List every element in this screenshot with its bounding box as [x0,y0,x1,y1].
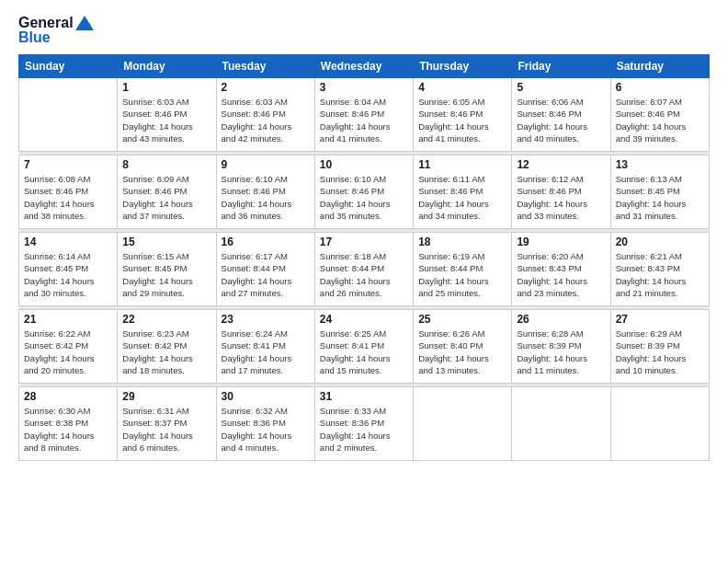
calendar-cell: 26Sunrise: 6:28 AM Sunset: 8:39 PM Dayli… [512,310,610,384]
day-number: 17 [320,236,408,248]
logo-blue: Blue [18,29,51,46]
day-info: Sunrise: 6:31 AM Sunset: 8:37 PM Dayligh… [122,405,210,454]
day-info: Sunrise: 6:17 AM Sunset: 8:44 PM Dayligh… [222,250,310,299]
header: General Blue [18,15,710,45]
calendar-cell: 15Sunrise: 6:15 AM Sunset: 8:45 PM Dayli… [118,233,216,306]
day-number: 4 [418,81,506,94]
calendar-cell: 11Sunrise: 6:11 AM Sunset: 8:46 PM Dayli… [414,155,512,229]
logo: General Blue [18,15,94,45]
day-number: 21 [24,313,112,326]
header-cell-saturday: Saturday [610,55,709,78]
day-number: 1 [122,81,210,94]
calendar-cell: 8Sunrise: 6:09 AM Sunset: 8:46 PM Daylig… [118,155,216,229]
day-info: Sunrise: 6:05 AM Sunset: 8:46 PM Dayligh… [418,96,506,144]
calendar-cell: 2Sunrise: 6:03 AM Sunset: 8:46 PM Daylig… [216,78,314,152]
week-row-4: 21Sunrise: 6:22 AM Sunset: 8:42 PM Dayli… [19,310,710,384]
calendar-cell: 17Sunrise: 6:18 AM Sunset: 8:44 PM Dayli… [314,233,413,306]
week-row-2: 7Sunrise: 6:08 AM Sunset: 8:46 PM Daylig… [19,155,710,229]
day-number: 27 [616,313,704,326]
day-number: 7 [24,158,112,171]
day-number: 30 [222,390,310,403]
day-number: 14 [24,236,112,248]
day-info: Sunrise: 6:20 AM Sunset: 8:43 PM Dayligh… [517,250,605,299]
day-info: Sunrise: 6:24 AM Sunset: 8:41 PM Dayligh… [222,327,310,376]
calendar-cell: 6Sunrise: 6:07 AM Sunset: 8:46 PM Daylig… [610,78,709,152]
day-number: 10 [320,158,408,171]
day-number: 28 [24,390,112,403]
calendar-cell: 1Sunrise: 6:03 AM Sunset: 8:46 PM Daylig… [118,78,216,152]
header-cell-friday: Friday [512,55,610,78]
calendar-table: SundayMondayTuesdayWednesdayThursdayFrid… [18,54,710,461]
week-row-5: 28Sunrise: 6:30 AM Sunset: 8:38 PM Dayli… [19,387,710,461]
day-info: Sunrise: 6:25 AM Sunset: 8:41 PM Dayligh… [320,327,408,376]
calendar-cell: 20Sunrise: 6:21 AM Sunset: 8:43 PM Dayli… [610,233,709,306]
day-number: 25 [418,313,506,326]
day-info: Sunrise: 6:10 AM Sunset: 8:46 PM Dayligh… [320,173,408,222]
day-info: Sunrise: 6:03 AM Sunset: 8:46 PM Dayligh… [222,96,310,144]
day-info: Sunrise: 6:30 AM Sunset: 8:38 PM Dayligh… [24,405,112,454]
day-number: 2 [222,81,310,94]
calendar-cell: 16Sunrise: 6:17 AM Sunset: 8:44 PM Dayli… [216,233,314,306]
calendar-cell: 9Sunrise: 6:10 AM Sunset: 8:46 PM Daylig… [216,155,314,229]
calendar-cell: 13Sunrise: 6:13 AM Sunset: 8:45 PM Dayli… [610,155,709,229]
day-number: 3 [320,81,408,94]
week-row-3: 14Sunrise: 6:14 AM Sunset: 8:45 PM Dayli… [19,233,710,306]
day-info: Sunrise: 6:28 AM Sunset: 8:39 PM Dayligh… [517,327,605,376]
svg-marker-0 [75,16,94,30]
day-info: Sunrise: 6:18 AM Sunset: 8:44 PM Dayligh… [320,250,408,299]
day-info: Sunrise: 6:07 AM Sunset: 8:46 PM Dayligh… [616,96,704,144]
header-cell-sunday: Sunday [19,55,118,78]
calendar-cell: 27Sunrise: 6:29 AM Sunset: 8:39 PM Dayli… [610,310,709,384]
calendar-cell: 14Sunrise: 6:14 AM Sunset: 8:45 PM Dayli… [19,233,118,306]
day-number: 18 [418,236,506,248]
day-number: 29 [122,390,210,403]
calendar-cell [512,387,610,461]
day-number: 31 [320,390,408,403]
day-info: Sunrise: 6:14 AM Sunset: 8:45 PM Dayligh… [24,250,112,299]
day-info: Sunrise: 6:26 AM Sunset: 8:40 PM Dayligh… [418,327,506,376]
calendar-cell: 19Sunrise: 6:20 AM Sunset: 8:43 PM Dayli… [512,233,610,306]
day-number: 13 [616,158,704,171]
day-info: Sunrise: 6:21 AM Sunset: 8:43 PM Dayligh… [616,250,704,299]
day-info: Sunrise: 6:13 AM Sunset: 8:45 PM Dayligh… [616,173,704,222]
header-cell-monday: Monday [118,55,216,78]
day-number: 24 [320,313,408,326]
day-number: 6 [616,81,704,94]
calendar-cell: 3Sunrise: 6:04 AM Sunset: 8:46 PM Daylig… [314,78,413,152]
day-number: 12 [517,158,605,171]
day-number: 20 [616,236,704,248]
day-info: Sunrise: 6:19 AM Sunset: 8:44 PM Dayligh… [418,250,506,299]
calendar-cell [414,387,512,461]
header-cell-thursday: Thursday [414,55,512,78]
day-info: Sunrise: 6:33 AM Sunset: 8:36 PM Dayligh… [320,405,408,454]
day-number: 8 [122,158,210,171]
day-info: Sunrise: 6:11 AM Sunset: 8:46 PM Dayligh… [418,173,506,222]
page: General Blue SundayMondayTuesdayWednesda… [0,0,728,563]
calendar-cell: 18Sunrise: 6:19 AM Sunset: 8:44 PM Dayli… [414,233,512,306]
day-info: Sunrise: 6:32 AM Sunset: 8:36 PM Dayligh… [222,405,310,454]
day-info: Sunrise: 6:15 AM Sunset: 8:45 PM Dayligh… [122,250,210,299]
day-info: Sunrise: 6:03 AM Sunset: 8:46 PM Dayligh… [122,96,210,144]
calendar-cell: 22Sunrise: 6:23 AM Sunset: 8:42 PM Dayli… [118,310,216,384]
calendar-cell: 7Sunrise: 6:08 AM Sunset: 8:46 PM Daylig… [19,155,118,229]
day-info: Sunrise: 6:23 AM Sunset: 8:42 PM Dayligh… [122,327,210,376]
calendar-cell: 28Sunrise: 6:30 AM Sunset: 8:38 PM Dayli… [19,387,118,461]
calendar-cell [19,78,118,152]
day-info: Sunrise: 6:12 AM Sunset: 8:46 PM Dayligh… [517,173,605,222]
calendar-cell [610,387,709,461]
day-number: 23 [222,313,310,326]
day-number: 9 [222,158,310,171]
day-info: Sunrise: 6:22 AM Sunset: 8:42 PM Dayligh… [24,327,112,376]
day-number: 22 [122,313,210,326]
calendar-cell: 5Sunrise: 6:06 AM Sunset: 8:46 PM Daylig… [512,78,610,152]
calendar-cell: 12Sunrise: 6:12 AM Sunset: 8:46 PM Dayli… [512,155,610,229]
week-row-1: 1Sunrise: 6:03 AM Sunset: 8:46 PM Daylig… [19,78,710,152]
day-number: 26 [517,313,605,326]
day-number: 16 [222,236,310,248]
calendar-cell: 31Sunrise: 6:33 AM Sunset: 8:36 PM Dayli… [314,387,413,461]
calendar-cell: 24Sunrise: 6:25 AM Sunset: 8:41 PM Dayli… [314,310,413,384]
day-info: Sunrise: 6:10 AM Sunset: 8:46 PM Dayligh… [222,173,310,222]
day-number: 11 [418,158,506,171]
day-number: 19 [517,236,605,248]
header-row: SundayMondayTuesdayWednesdayThursdayFrid… [19,55,710,78]
